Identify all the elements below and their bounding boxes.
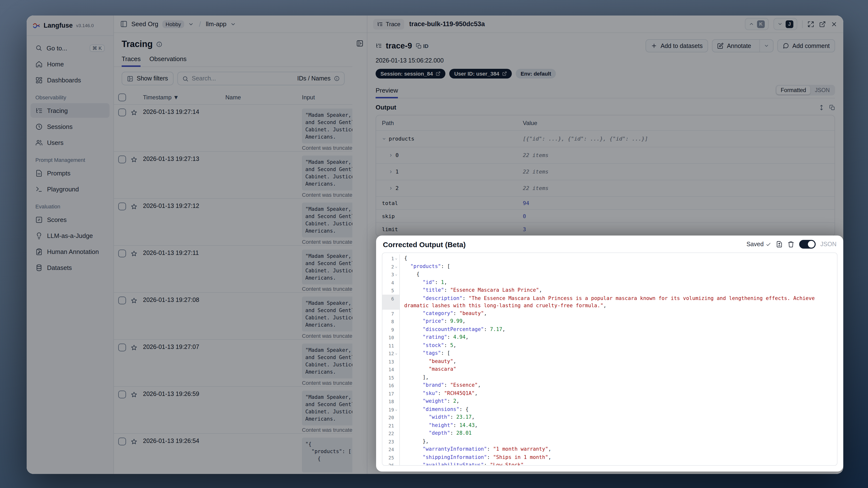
code-content: "shippingInformation": "Ships in 1 month… [400,453,837,461]
editor-line[interactable]: 22 "depth": 28.01 [382,429,837,437]
code-content: "rating": 4.94, [400,333,837,341]
editor-line[interactable]: 6 "description": "The Essence Mascara La… [382,295,837,309]
editor-line[interactable]: 8 "price": 9.99, [382,317,837,326]
editor-line[interactable]: 1⌄{ [382,254,837,263]
line-number: 13 [382,357,400,365]
code-content: "stock": 5, [400,341,837,349]
corrected-output-title: Corrected Output (Beta) [383,240,466,248]
toggle-knob [808,241,814,248]
editor-line[interactable]: 26 "availabilityStatus": "Low Stock", [382,461,837,466]
editor-line[interactable]: 16 "brand": "Essence", [382,382,837,389]
code-content: "tags": [ [400,349,837,357]
check-icon [766,242,771,247]
line-number: 19⌄ [382,405,400,414]
code-content: "price": 9.99, [400,317,837,326]
code-content: { [400,270,837,278]
line-number: 25 [382,453,400,461]
line-number: 6 [382,295,400,309]
app-window: Langfuse v3.146.0 Go to... ⌘ K HomeDashb… [27,16,843,474]
code-content: { [400,254,837,263]
saved-status: Saved [746,241,771,248]
code-content: ], [400,373,837,382]
code-content: "products": [ [400,263,837,270]
line-number: 4 [382,278,400,286]
editor-line[interactable]: 7 "category": "beauty", [382,309,837,317]
code-content: "category": "beauty", [400,309,837,317]
code-content: "id": 1, [400,278,837,286]
editor-line[interactable]: 4 "id": 1, [382,278,837,286]
editor-line[interactable]: 12⌄ "tags": [ [382,349,837,357]
fold-chevron-icon[interactable]: ⌄ [394,254,398,262]
code-content: "weight": 2, [400,397,837,405]
editor-line[interactable]: 24 "warrantyInformation": "1 month warra… [382,445,837,453]
code-content: "brand": "Essence", [400,382,837,389]
line-number: 7 [382,309,400,317]
editor-line[interactable]: 9 "discountPercentage": 7.17, [382,326,837,333]
code-content: "mascara" [400,365,837,373]
code-content: "width": 23.17, [400,414,837,421]
line-number: 18 [382,397,400,405]
line-number: 5 [382,286,400,295]
corrected-output-header: Corrected Output (Beta) Saved [376,236,843,251]
editor-line[interactable]: 10 "rating": 4.94, [382,333,837,341]
editor-line[interactable]: 21 "height": 14.43, [382,421,837,429]
line-number: 15 [382,373,400,382]
line-number: 10 [382,333,400,341]
fold-chevron-icon[interactable]: ⌄ [394,270,398,278]
editor-line[interactable]: 20 "width": 23.17, [382,414,837,421]
line-number: 1⌄ [382,254,400,263]
line-number: 14 [382,365,400,373]
code-content: "height": 14.43, [400,421,837,429]
editor-line[interactable]: 15 ], [382,373,837,382]
code-content: "discountPercentage": 7.17, [400,326,837,333]
code-content: "title": "Essence Mascara Lash Prince", [400,286,837,295]
file-diff-icon[interactable] [776,241,782,248]
fold-chevron-icon[interactable]: ⌄ [394,405,398,413]
json-toggle[interactable] [799,240,815,249]
line-number: 11 [382,341,400,349]
line-number: 16 [382,382,400,389]
editor-line[interactable]: 5 "title": "Essence Mascara Lash Prince"… [382,286,837,295]
desktop-background: Langfuse v3.146.0 Go to... ⌘ K HomeDashb… [0,0,868,488]
editor-line[interactable]: 25 "shippingInformation": "Ships in 1 mo… [382,453,837,461]
fold-chevron-icon[interactable]: ⌄ [394,349,398,357]
line-number: 20 [382,414,400,421]
editor-line[interactable]: 11 "stock": 5, [382,341,837,349]
code-content: "availabilityStatus": "Low Stock", [400,461,837,466]
code-content: }, [400,437,837,445]
editor-line[interactable]: 2⌄ "products": [ [382,263,837,270]
line-number: 8 [382,317,400,326]
line-number: 2⌄ [382,263,400,270]
line-number: 22 [382,429,400,437]
trash-icon[interactable] [787,241,794,248]
line-number: 3⌄ [382,270,400,278]
line-number: 9 [382,326,400,333]
editor-line[interactable]: 14 "mascara" [382,365,837,373]
editor-line[interactable]: 23 }, [382,437,837,445]
editor-line[interactable]: 17 "sku": "RCH45Q1A", [382,389,837,397]
code-content: "dimensions": { [400,405,837,414]
code-content: "sku": "RCH45Q1A", [400,389,837,397]
corrected-output-panel: Corrected Output (Beta) Saved [376,236,843,471]
code-content: "warrantyInformation": "1 month warranty… [400,445,837,453]
editor-line[interactable]: 13 "beauty", [382,357,837,365]
line-number: 12⌄ [382,349,400,357]
json-editor[interactable]: 1⌄{2⌄ "products": [3⌄ {4 "id": 1,5 "titl… [382,252,837,466]
line-number: 26 [382,461,400,466]
code-content: "depth": 28.01 [400,429,837,437]
line-number: 24 [382,445,400,453]
fold-chevron-icon[interactable]: ⌄ [394,263,398,270]
json-toggle-label: JSON [820,241,837,248]
line-number: 21 [382,421,400,429]
editor-line[interactable]: 19⌄ "dimensions": { [382,405,837,414]
saved-label: Saved [746,241,764,248]
editor-line[interactable]: 18 "weight": 2, [382,397,837,405]
code-content: "beauty", [400,357,837,365]
editor-line[interactable]: 3⌄ { [382,270,837,278]
code-content: "description": "The Essence Mascara Lash… [400,295,837,309]
line-number: 17 [382,389,400,397]
line-number: 23 [382,437,400,445]
